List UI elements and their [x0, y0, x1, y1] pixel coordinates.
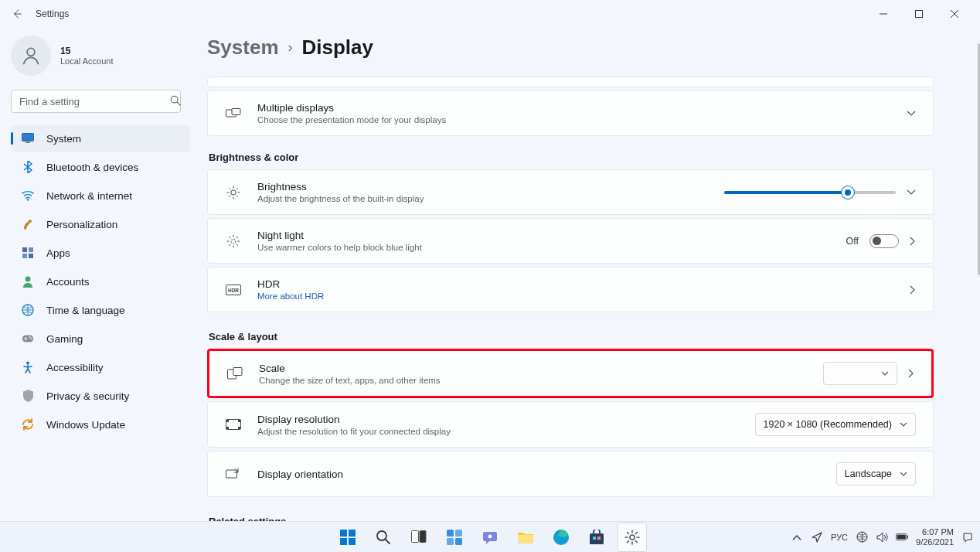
svg-rect-30 [340, 530, 347, 537]
taskbar-store[interactable] [582, 523, 611, 552]
slider-thumb[interactable] [842, 186, 854, 199]
tray-clock[interactable]: 6:07 PM 9/26/2021 [916, 527, 954, 547]
card-partial-top[interactable] [207, 77, 934, 87]
tray-chevron-icon[interactable] [791, 534, 803, 540]
chevron-down-icon[interactable] [907, 111, 916, 117]
card-sub: Choose the presentation mode for your di… [257, 115, 891, 124]
chevron-right-icon[interactable] [910, 285, 916, 295]
scale-select[interactable] [823, 362, 897, 385]
start-button[interactable] [333, 523, 362, 552]
account-block[interactable]: 15 Local Account [11, 34, 190, 90]
tray-location-icon[interactable] [811, 532, 823, 543]
nav-label: Gaming [46, 333, 83, 345]
taskbar-settings[interactable] [618, 523, 647, 552]
taskbar-chat[interactable] [475, 523, 505, 552]
close-button[interactable] [937, 0, 972, 28]
nav-privacy[interactable]: Privacy & security [11, 383, 190, 409]
chevron-right-icon[interactable] [910, 237, 916, 246]
svg-rect-37 [447, 530, 454, 537]
person-icon [22, 275, 34, 288]
chevron-right-icon: › [288, 39, 293, 56]
highlight-scale: Scale Change the size of text, apps, and… [207, 349, 934, 398]
scale-icon [226, 367, 243, 380]
nav-personalization[interactable]: Personalization [11, 211, 190, 237]
card-sub: Adjust the brightness of the built-in di… [257, 194, 709, 203]
nav-label: Accounts [46, 276, 90, 288]
nav-label: Network & internet [46, 190, 132, 202]
shield-icon [22, 390, 34, 402]
wifi-icon [22, 189, 34, 202]
chevron-right-icon[interactable] [908, 369, 914, 378]
resolution-select[interactable]: 1920 × 1080 (Recommended) [755, 413, 916, 436]
svg-rect-46 [597, 537, 601, 540]
night-light-toggle[interactable] [869, 234, 899, 248]
back-button[interactable] [8, 5, 26, 23]
nav-bluetooth[interactable]: Bluetooth & devices [11, 154, 190, 180]
nav-label: Bluetooth & devices [46, 162, 138, 173]
svg-rect-38 [455, 530, 462, 537]
card-brightness[interactable]: Brightness Adjust the brightness of the … [207, 169, 934, 215]
nav-apps[interactable]: Apps [11, 240, 190, 266]
card-night-light[interactable]: Night light Use warmer colors to help bl… [207, 218, 934, 264]
nav-label: Privacy & security [46, 390, 129, 402]
tray-language[interactable]: РУС [831, 533, 848, 542]
nav-update[interactable]: Windows Update [11, 411, 190, 438]
svg-rect-32 [340, 538, 347, 545]
update-icon [22, 418, 34, 431]
gamepad-icon [22, 332, 34, 345]
hdr-link[interactable]: More about HDR [257, 291, 894, 301]
taskbar-edge[interactable] [546, 523, 576, 552]
taskbar-taskview[interactable] [404, 523, 434, 552]
chevron-down-icon[interactable] [907, 189, 916, 196]
tray-battery-icon[interactable] [896, 533, 908, 541]
card-title: Night light [257, 230, 831, 241]
displays-icon [225, 108, 242, 119]
card-scale[interactable]: Scale Change the size of text, apps, and… [209, 351, 931, 396]
nav-accounts[interactable]: Accounts [11, 268, 190, 295]
nav-accessibility[interactable]: Accessibility [11, 354, 190, 380]
svg-rect-26 [238, 420, 240, 422]
svg-point-34 [377, 531, 386, 540]
breadcrumb-system[interactable]: System [207, 36, 279, 60]
chevron-down-icon [881, 371, 889, 377]
card-resolution[interactable]: Display resolution Adjust the resolution… [207, 401, 934, 448]
taskbar-explorer[interactable] [511, 523, 540, 552]
search-input[interactable] [11, 90, 181, 113]
tray-volume-icon[interactable] [876, 532, 888, 543]
nav-system[interactable]: System [11, 125, 190, 152]
nav-time-language[interactable]: Time & language [11, 297, 190, 323]
sidebar: 15 Local Account System Bluetooth & devi… [0, 28, 198, 521]
orientation-select[interactable]: Landscape [836, 462, 916, 486]
tray-network-icon[interactable] [856, 531, 868, 543]
minimize-button[interactable] [866, 0, 901, 28]
svg-rect-8 [22, 254, 27, 258]
nav-network[interactable]: Network & internet [11, 182, 190, 209]
apps-icon [22, 247, 34, 259]
card-sub: Adjust the resolution to fit your connec… [257, 427, 740, 436]
tray-date: 9/26/2021 [916, 537, 954, 547]
svg-rect-45 [593, 537, 596, 540]
search-box[interactable] [11, 90, 190, 113]
card-orientation[interactable]: Display orientation Landscape [207, 451, 934, 497]
svg-rect-17 [232, 108, 240, 114]
content-area: System › Display Multiple displays Choos… [198, 28, 980, 521]
taskbar-search[interactable] [369, 523, 398, 552]
brush-icon [22, 218, 34, 230]
card-multiple-displays[interactable]: Multiple displays Choose the presentatio… [207, 90, 934, 136]
brightness-slider[interactable] [724, 191, 896, 194]
section-scale-layout: Scale & layout [209, 331, 934, 342]
tray-notifications-icon[interactable] [961, 532, 974, 543]
svg-point-5 [27, 199, 29, 200]
breadcrumb: System › Display [207, 36, 934, 60]
nav-gaming[interactable]: Gaming [11, 325, 190, 352]
card-hdr[interactable]: HDR HDR More about HDR [207, 267, 934, 312]
taskbar-widgets[interactable] [440, 523, 469, 552]
maximize-button[interactable] [901, 0, 937, 28]
svg-rect-36 [420, 530, 426, 542]
svg-rect-9 [29, 254, 33, 258]
select-value: Landscape [845, 469, 892, 479]
svg-rect-3 [22, 134, 34, 141]
svg-text:HDR: HDR [228, 288, 239, 293]
avatar [11, 36, 51, 76]
card-sub: Use warmer colors to help block blue lig… [257, 243, 831, 252]
